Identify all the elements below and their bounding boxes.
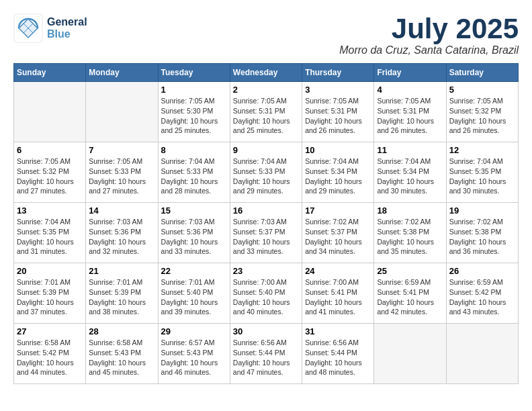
cell-date: 31: [305, 326, 371, 336]
cell-info: Sunrise: 7:04 AM Sunset: 5:34 PM Dayligh…: [377, 156, 443, 196]
cell-date: 13: [17, 205, 83, 216]
cell-info: Sunrise: 7:05 AM Sunset: 5:30 PM Dayligh…: [161, 96, 227, 136]
cell-date: 27: [17, 326, 83, 336]
cell-date: 25: [377, 266, 443, 276]
calendar-week-5: 27Sunrise: 6:58 AM Sunset: 5:42 PM Dayli…: [14, 324, 519, 384]
cell-date: 6: [17, 145, 83, 155]
cell-info: Sunrise: 7:00 AM Sunset: 5:41 PM Dayligh…: [305, 277, 371, 317]
cell-info: Sunrise: 7:03 AM Sunset: 5:36 PM Dayligh…: [161, 217, 227, 257]
title-block: July 2025 Morro da Cruz, Santa Catarina,…: [339, 13, 519, 56]
page-header: General Blue July 2025 Morro da Cruz, Sa…: [13, 13, 519, 56]
cell-info: Sunrise: 7:05 AM Sunset: 5:31 PM Dayligh…: [233, 96, 299, 136]
cell-info: Sunrise: 7:04 AM Sunset: 5:33 PM Dayligh…: [233, 156, 299, 196]
calendar-cell: [86, 82, 158, 142]
cell-info: Sunrise: 7:04 AM Sunset: 5:35 PM Dayligh…: [449, 156, 515, 196]
calendar-cell: 2Sunrise: 7:05 AM Sunset: 5:31 PM Daylig…: [230, 82, 302, 142]
cell-date: 30: [233, 326, 299, 336]
cell-info: Sunrise: 7:01 AM Sunset: 5:39 PM Dayligh…: [89, 277, 154, 317]
cell-date: 23: [233, 266, 299, 276]
cell-info: Sunrise: 7:00 AM Sunset: 5:40 PM Dayligh…: [233, 277, 299, 317]
logo-blue: Blue: [47, 28, 87, 40]
cell-date: 2: [233, 85, 299, 95]
cell-date: 1: [161, 85, 227, 95]
cell-date: 10: [305, 145, 371, 155]
cell-info: Sunrise: 7:01 AM Sunset: 5:39 PM Dayligh…: [17, 277, 83, 317]
weekday-header-row: SundayMondayTuesdayWednesdayThursdayFrid…: [14, 64, 519, 82]
logo: General Blue: [13, 13, 87, 43]
cell-date: 14: [89, 205, 154, 216]
calendar-cell: 5Sunrise: 7:05 AM Sunset: 5:32 PM Daylig…: [446, 82, 518, 142]
cell-date: 24: [305, 266, 371, 276]
calendar-cell: 4Sunrise: 7:05 AM Sunset: 5:31 PM Daylig…: [374, 82, 446, 142]
cell-date: 15: [161, 205, 227, 216]
cell-date: 22: [161, 266, 227, 276]
weekday-header-saturday: Saturday: [446, 64, 518, 82]
cell-date: 11: [377, 145, 443, 155]
calendar-cell: 18Sunrise: 7:02 AM Sunset: 5:38 PM Dayli…: [374, 203, 446, 263]
calendar-cell: 9Sunrise: 7:04 AM Sunset: 5:33 PM Daylig…: [230, 142, 302, 203]
cell-date: 3: [305, 85, 371, 95]
cell-info: Sunrise: 7:04 AM Sunset: 5:35 PM Dayligh…: [17, 217, 83, 257]
cell-info: Sunrise: 6:58 AM Sunset: 5:42 PM Dayligh…: [17, 338, 83, 377]
cell-date: 28: [89, 326, 154, 336]
weekday-header-thursday: Thursday: [302, 64, 374, 82]
calendar-cell: 10Sunrise: 7:04 AM Sunset: 5:34 PM Dayli…: [302, 142, 374, 203]
calendar-cell: 15Sunrise: 7:03 AM Sunset: 5:36 PM Dayli…: [158, 203, 230, 263]
weekday-header-tuesday: Tuesday: [158, 64, 230, 82]
cell-date: 8: [161, 145, 227, 155]
calendar-cell: 23Sunrise: 7:00 AM Sunset: 5:40 PM Dayli…: [230, 263, 302, 324]
cell-date: 18: [377, 205, 443, 216]
calendar-week-4: 20Sunrise: 7:01 AM Sunset: 5:39 PM Dayli…: [14, 263, 519, 324]
calendar-cell: [14, 82, 86, 142]
calendar-week-2: 6Sunrise: 7:05 AM Sunset: 5:32 PM Daylig…: [14, 142, 519, 203]
cell-date: 5: [449, 85, 515, 95]
cell-date: 12: [449, 145, 515, 155]
calendar-week-1: 1Sunrise: 7:05 AM Sunset: 5:30 PM Daylig…: [14, 82, 519, 142]
cell-info: Sunrise: 7:01 AM Sunset: 5:40 PM Dayligh…: [161, 277, 227, 317]
calendar-cell: 12Sunrise: 7:04 AM Sunset: 5:35 PM Dayli…: [446, 142, 518, 203]
weekday-header-monday: Monday: [86, 64, 158, 82]
month-title: July 2025: [339, 13, 519, 44]
calendar-cell: 24Sunrise: 7:00 AM Sunset: 5:41 PM Dayli…: [302, 263, 374, 324]
cell-info: Sunrise: 7:04 AM Sunset: 5:34 PM Dayligh…: [305, 156, 371, 196]
cell-info: Sunrise: 7:05 AM Sunset: 5:32 PM Dayligh…: [17, 156, 83, 196]
calendar-cell: 17Sunrise: 7:02 AM Sunset: 5:37 PM Dayli…: [302, 203, 374, 263]
calendar-cell: 26Sunrise: 6:59 AM Sunset: 5:42 PM Dayli…: [446, 263, 518, 324]
cell-info: Sunrise: 7:05 AM Sunset: 5:31 PM Dayligh…: [377, 96, 443, 136]
cell-info: Sunrise: 7:05 AM Sunset: 5:31 PM Dayligh…: [305, 96, 371, 136]
cell-date: 29: [161, 326, 227, 336]
calendar-cell: 13Sunrise: 7:04 AM Sunset: 5:35 PM Dayli…: [14, 203, 86, 263]
cell-info: Sunrise: 7:02 AM Sunset: 5:38 PM Dayligh…: [449, 217, 515, 257]
calendar-cell: 27Sunrise: 6:58 AM Sunset: 5:42 PM Dayli…: [14, 324, 86, 384]
logo-general: General: [47, 16, 87, 28]
location: Morro da Cruz, Santa Catarina, Brazil: [339, 44, 519, 56]
calendar-cell: [446, 324, 518, 384]
calendar-cell: 11Sunrise: 7:04 AM Sunset: 5:34 PM Dayli…: [374, 142, 446, 203]
calendar-table: SundayMondayTuesdayWednesdayThursdayFrid…: [13, 63, 519, 384]
calendar-cell: 20Sunrise: 7:01 AM Sunset: 5:39 PM Dayli…: [14, 263, 86, 324]
cell-info: Sunrise: 6:57 AM Sunset: 5:43 PM Dayligh…: [161, 338, 227, 377]
cell-info: Sunrise: 7:02 AM Sunset: 5:37 PM Dayligh…: [305, 217, 371, 257]
cell-info: Sunrise: 6:59 AM Sunset: 5:41 PM Dayligh…: [377, 277, 443, 317]
cell-info: Sunrise: 7:02 AM Sunset: 5:38 PM Dayligh…: [377, 217, 443, 257]
cell-info: Sunrise: 6:59 AM Sunset: 5:42 PM Dayligh…: [449, 277, 515, 317]
calendar-cell: 29Sunrise: 6:57 AM Sunset: 5:43 PM Dayli…: [158, 324, 230, 384]
cell-date: 7: [89, 145, 154, 155]
calendar-cell: 25Sunrise: 6:59 AM Sunset: 5:41 PM Dayli…: [374, 263, 446, 324]
calendar-cell: 28Sunrise: 6:58 AM Sunset: 5:43 PM Dayli…: [86, 324, 158, 384]
cell-date: 26: [449, 266, 515, 276]
cell-info: Sunrise: 7:05 AM Sunset: 5:32 PM Dayligh…: [449, 96, 515, 136]
weekday-header-wednesday: Wednesday: [230, 64, 302, 82]
cell-info: Sunrise: 6:56 AM Sunset: 5:44 PM Dayligh…: [233, 338, 299, 377]
cell-info: Sunrise: 6:58 AM Sunset: 5:43 PM Dayligh…: [89, 338, 154, 377]
calendar-cell: 14Sunrise: 7:03 AM Sunset: 5:36 PM Dayli…: [86, 203, 158, 263]
calendar-cell: 19Sunrise: 7:02 AM Sunset: 5:38 PM Dayli…: [446, 203, 518, 263]
calendar-cell: 3Sunrise: 7:05 AM Sunset: 5:31 PM Daylig…: [302, 82, 374, 142]
cell-date: 16: [233, 205, 299, 216]
cell-date: 20: [17, 266, 83, 276]
weekday-header-friday: Friday: [374, 64, 446, 82]
calendar-cell: 30Sunrise: 6:56 AM Sunset: 5:44 PM Dayli…: [230, 324, 302, 384]
calendar-cell: 22Sunrise: 7:01 AM Sunset: 5:40 PM Dayli…: [158, 263, 230, 324]
cell-info: Sunrise: 7:04 AM Sunset: 5:33 PM Dayligh…: [161, 156, 227, 196]
weekday-header-sunday: Sunday: [14, 64, 86, 82]
